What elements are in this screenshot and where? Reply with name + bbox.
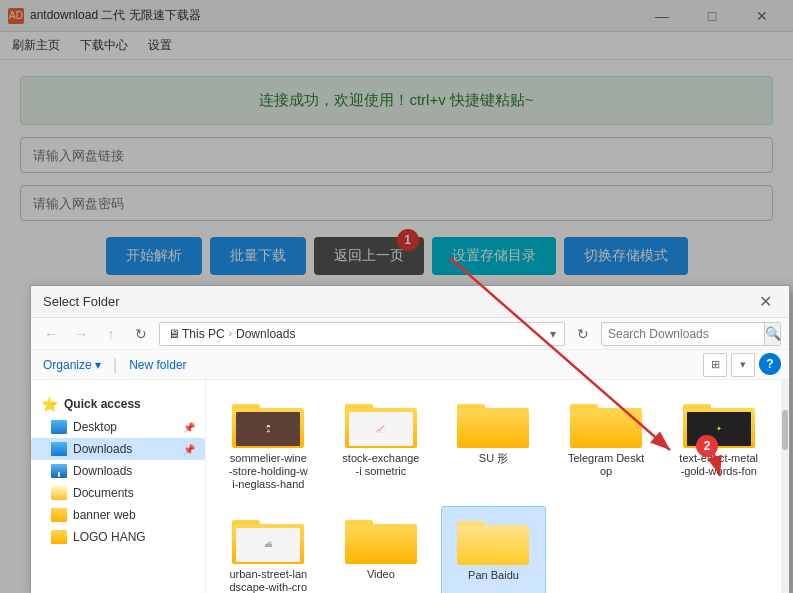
- folder-thumb-0: 🍷: [232, 396, 304, 448]
- downloads-active-pin-icon: 📌: [183, 444, 195, 455]
- folder-label-1: stock-exchange-i sometric: [341, 452, 421, 478]
- dialog-toolbar: ← → ↑ ↻ 🖥 This PC › Downloads ▾ ↻ 🔍: [31, 318, 789, 350]
- dialog-content-area: 🍷 sommelier-wine-store-holding-wi-neglas…: [206, 380, 781, 593]
- new-folder-button[interactable]: New folder: [125, 356, 190, 374]
- folder-label-3: Telegram Desktop: [566, 452, 646, 478]
- sidebar-item-banner-web[interactable]: banner web: [31, 504, 205, 526]
- folder-label-7: Pan Baidu: [468, 569, 519, 582]
- quick-access-label: Quick access: [64, 397, 141, 411]
- star-icon: ⭐: [41, 396, 58, 412]
- help-button[interactable]: ?: [759, 353, 781, 375]
- folder-grid: 🍷 sommelier-wine-store-holding-wi-neglas…: [216, 390, 771, 593]
- nav-up-button[interactable]: ↑: [99, 322, 123, 346]
- folder-thumb-4: ✦: [683, 396, 755, 448]
- breadcrumb-dropdown[interactable]: ▾: [550, 327, 556, 341]
- folder-label-6: Video: [367, 568, 395, 581]
- desktop-folder-icon: [51, 420, 67, 434]
- view-button[interactable]: ⊞: [703, 353, 727, 377]
- sidebar-item-documents[interactable]: Documents: [31, 482, 205, 504]
- organize-button[interactable]: Organize ▾: [39, 356, 105, 374]
- dialog-actions-bar: Organize ▾ | New folder ⊞ ▾ ?: [31, 350, 789, 380]
- search-icon[interactable]: 🔍: [764, 322, 781, 346]
- quick-access-header: ⭐ Quick access: [31, 392, 205, 416]
- folder-thumb-3: [570, 396, 642, 448]
- folder-item-3[interactable]: Telegram Desktop: [554, 390, 659, 498]
- sidebar-item-downloads-active[interactable]: Downloads 📌: [31, 438, 205, 460]
- downloads2-label: Downloads: [73, 464, 132, 478]
- dialog-body: ⭐ Quick access Desktop 📌 Downloads 📌 ⬇: [31, 380, 789, 593]
- nav-forward-button[interactable]: →: [69, 322, 93, 346]
- folder-item-7[interactable]: Pan Baidu: [441, 506, 546, 593]
- scroll-bar[interactable]: [781, 380, 789, 593]
- sidebar-item-desktop[interactable]: Desktop 📌: [31, 416, 205, 438]
- dialog-actions-right: ⊞ ▾ ?: [703, 353, 781, 377]
- folder-thumb-5: 🏙: [232, 512, 304, 564]
- nav-back-button[interactable]: ←: [39, 322, 63, 346]
- search-input[interactable]: [602, 327, 764, 341]
- documents-label: Documents: [73, 486, 134, 500]
- select-folder-dialog: Select Folder ✕ ← → ↑ ↻ 🖥 This PC › Down…: [30, 285, 790, 593]
- breadcrumb-chevron: ›: [229, 328, 232, 339]
- documents-folder-icon: [51, 486, 67, 500]
- desktop-pin-icon: 📌: [183, 422, 195, 433]
- dialog-close-button[interactable]: ✕: [753, 290, 777, 314]
- actions-divider: |: [113, 357, 117, 373]
- view-dropdown-button[interactable]: ▾: [731, 353, 755, 377]
- banner-web-label: banner web: [73, 508, 136, 522]
- quick-access-section: ⭐ Quick access Desktop 📌 Downloads 📌 ⬇: [31, 388, 205, 552]
- desktop-label: Desktop: [73, 420, 117, 434]
- sidebar-item-downloads2[interactable]: ⬇ Downloads: [31, 460, 205, 482]
- nav-refresh2-button[interactable]: ↻: [571, 322, 595, 346]
- folder-thumb-2: [457, 396, 529, 448]
- sidebar-item-logo-hang[interactable]: LOGO HANG: [31, 526, 205, 548]
- downloads-active-folder-icon: [51, 442, 67, 456]
- folder-label-5: urban-street-lan dscape-with-cros: [228, 568, 308, 593]
- folder-thumb-1: 📈: [345, 396, 417, 448]
- folder-label-2: SU 形: [479, 452, 508, 465]
- logo-hang-label: LOGO HANG: [73, 530, 146, 544]
- breadcrumb-downloads: Downloads: [236, 327, 295, 341]
- logo-hang-folder-icon: [51, 530, 67, 544]
- badge-2: 2: [696, 435, 718, 457]
- scroll-thumb: [782, 410, 788, 450]
- folder-thumb-6: [345, 512, 417, 564]
- folder-label-0: sommelier-wine-store-holding-wi-neglass-…: [228, 452, 308, 492]
- downloads-active-label: Downloads: [73, 442, 132, 456]
- folder-item-4[interactable]: ✦ text-effect-metal-gold-words-fon: [666, 390, 771, 498]
- folder-item-6[interactable]: Video: [329, 506, 434, 593]
- downloads2-folder-icon: ⬇: [51, 464, 67, 478]
- folder-item-0[interactable]: 🍷 sommelier-wine-store-holding-wi-neglas…: [216, 390, 321, 498]
- folder-item-5[interactable]: 🏙 urban-street-lan dscape-with-cros: [216, 506, 321, 593]
- banner-web-folder-icon: [51, 508, 67, 522]
- folder-item-1[interactable]: 📈 stock-exchange-i sometric: [329, 390, 434, 498]
- folder-item-2[interactable]: SU 形: [441, 390, 546, 498]
- breadcrumb-this-pc: 🖥 This PC: [168, 327, 225, 341]
- folder-thumb-7: [457, 513, 529, 565]
- dialog-title-bar: Select Folder ✕: [31, 286, 789, 318]
- folder-label-4: text-effect-metal-gold-words-fon: [679, 452, 759, 478]
- dialog-title: Select Folder: [43, 294, 120, 309]
- dialog-sidebar: ⭐ Quick access Desktop 📌 Downloads 📌 ⬇: [31, 380, 206, 593]
- nav-refresh-button[interactable]: ↻: [129, 322, 153, 346]
- breadcrumb-bar[interactable]: 🖥 This PC › Downloads ▾: [159, 322, 565, 346]
- search-bar: 🔍: [601, 322, 781, 346]
